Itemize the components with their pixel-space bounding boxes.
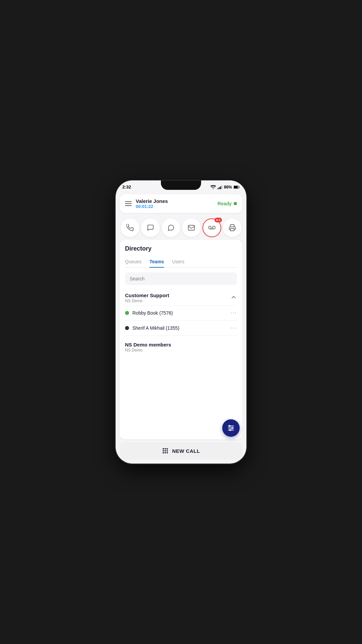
chat-icon xyxy=(147,224,154,231)
notch xyxy=(161,180,201,190)
svg-point-8 xyxy=(212,226,215,229)
svg-point-19 xyxy=(167,448,168,449)
svg-point-24 xyxy=(165,452,166,453)
sliders-icon xyxy=(227,424,235,432)
directory-title: Directory xyxy=(125,245,237,252)
presence-dot-online xyxy=(125,311,129,315)
battery-text: 86% xyxy=(224,185,232,190)
more-options-icon[interactable]: ··· xyxy=(231,310,237,316)
email-button[interactable] xyxy=(182,218,201,237)
member-list-customer-support: Robby Book (7576) ··· Sherif A Mikhail (… xyxy=(125,305,237,336)
svg-point-15 xyxy=(232,427,233,429)
phone-frame: 2:32 86% xyxy=(116,180,246,464)
svg-rect-2 xyxy=(220,186,221,189)
agent-timer: 00:01:22 xyxy=(136,204,168,209)
svg-rect-5 xyxy=(234,186,238,188)
svg-point-25 xyxy=(167,452,168,453)
wifi-icon xyxy=(210,185,216,189)
header-right: Ready xyxy=(218,201,237,206)
status-icons: 86% xyxy=(210,185,240,190)
team-group-name: Customer Support xyxy=(125,292,169,298)
chat-button[interactable] xyxy=(141,218,160,237)
team-group-sub: NS Demo xyxy=(125,348,171,353)
status-time: 2:32 xyxy=(122,184,131,190)
signal-icon xyxy=(218,185,222,189)
agent-name: Valerie Jones xyxy=(136,198,168,204)
dialpad-icon xyxy=(162,447,169,454)
print-icon xyxy=(229,224,236,231)
member-item-sherif-mikhail[interactable]: Sherif A Mikhail (1355) ··· xyxy=(125,321,237,336)
team-group-ns-demo-members: NS Demo members NS Demo xyxy=(125,340,237,355)
tab-users[interactable]: Users xyxy=(172,256,184,268)
filter-fab-button[interactable] xyxy=(222,419,240,437)
chevron-up-icon xyxy=(230,294,237,301)
status-ready-label: Ready xyxy=(218,201,232,206)
header-card: Valerie Jones 00:01:22 Ready xyxy=(120,194,242,213)
directory-section: Directory Queues Teams Users Customer Su… xyxy=(120,240,242,439)
team-group-header-customer-support[interactable]: Customer Support NS Demo xyxy=(125,290,237,305)
action-icons-row: 0:1 xyxy=(116,216,246,240)
team-group-customer-support: Customer Support NS Demo Robby Book (757… xyxy=(125,290,237,336)
svg-rect-1 xyxy=(219,187,220,189)
more-options-icon[interactable]: ··· xyxy=(231,325,237,331)
member-name: Sherif A Mikhail (1355) xyxy=(132,325,179,331)
phone-screen: 2:32 86% xyxy=(116,180,246,464)
svg-point-23 xyxy=(163,452,164,453)
status-indicator-dot xyxy=(234,202,237,205)
member-name: Robby Book (7576) xyxy=(132,310,173,316)
svg-point-18 xyxy=(165,448,166,449)
svg-point-20 xyxy=(163,450,164,451)
voicemail-button[interactable]: 0:1 xyxy=(202,218,221,237)
svg-point-22 xyxy=(167,450,168,451)
team-group-sub: NS Demo xyxy=(125,299,169,303)
hamburger-menu-button[interactable] xyxy=(125,201,132,206)
tab-queues[interactable]: Queues xyxy=(125,256,141,268)
svg-point-7 xyxy=(208,226,211,229)
header-left: Valerie Jones 00:01:22 xyxy=(125,198,168,209)
tabs: Queues Teams Users xyxy=(125,256,237,268)
agent-info: Valerie Jones 00:01:22 xyxy=(136,198,168,209)
svg-point-14 xyxy=(229,425,230,427)
new-call-button[interactable]: NEW CALL xyxy=(120,442,242,460)
voicemail-icon xyxy=(208,224,216,231)
message-button[interactable] xyxy=(162,218,180,237)
tab-teams[interactable]: Teams xyxy=(149,256,164,268)
battery-icon xyxy=(234,185,240,189)
phone-button[interactable] xyxy=(121,218,139,237)
new-call-label: NEW CALL xyxy=(172,448,200,454)
team-group-name: NS Demo members xyxy=(125,342,171,347)
svg-rect-10 xyxy=(230,228,234,231)
svg-rect-3 xyxy=(222,185,222,189)
svg-rect-6 xyxy=(188,225,194,230)
svg-point-21 xyxy=(165,450,166,451)
member-left: Robby Book (7576) xyxy=(125,310,173,316)
search-input[interactable] xyxy=(130,276,232,281)
svg-point-17 xyxy=(163,448,164,449)
svg-rect-0 xyxy=(218,188,219,189)
message-icon xyxy=(167,224,175,231)
member-left: Sherif A Mikhail (1355) xyxy=(125,325,179,331)
presence-dot-offline xyxy=(125,326,129,330)
email-icon xyxy=(188,224,195,231)
team-group-header-ns-demo[interactable]: NS Demo members NS Demo xyxy=(125,340,237,355)
search-input-wrapper[interactable] xyxy=(125,272,237,285)
member-item-robby-book[interactable]: Robby Book (7576) ··· xyxy=(125,306,237,321)
print-button[interactable] xyxy=(223,218,242,237)
phone-icon xyxy=(126,224,134,231)
svg-point-16 xyxy=(230,429,231,431)
voicemail-badge: 0:1 xyxy=(215,218,222,222)
